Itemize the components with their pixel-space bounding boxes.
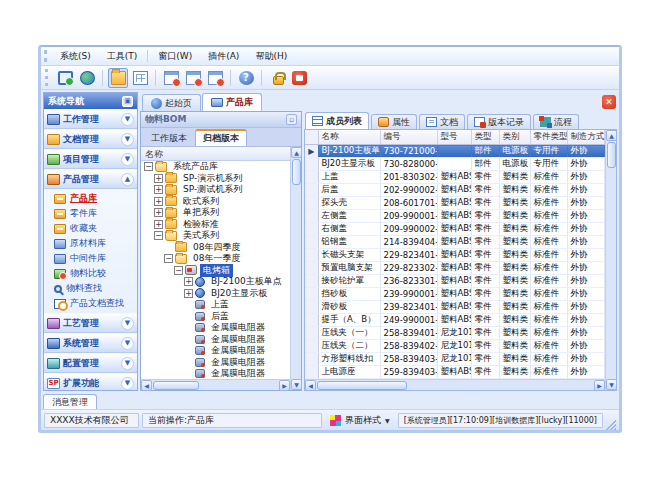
expand-icon[interactable]: + [184, 289, 193, 298]
sidebar-pin-icon[interactable]: ▣ [122, 96, 133, 107]
vscroll-thumb[interactable] [607, 142, 616, 168]
toolbar-button-globe[interactable] [77, 68, 97, 88]
sidebar-item-1[interactable]: 产品库 [44, 191, 137, 206]
chevron-down-icon[interactable]: ▼ [121, 153, 134, 166]
doc-tab-2[interactable]: 产品库 [202, 93, 262, 111]
bom-tab-2[interactable]: 归档版本 [195, 129, 247, 146]
chevron-down-icon[interactable]: ▼ [121, 133, 134, 146]
menu-item-3[interactable]: 窗口(W) [150, 48, 200, 65]
tree-node[interactable]: 金属膜电阻器 [141, 368, 290, 379]
sidebar-item-8[interactable]: 产品文档查找 [44, 296, 137, 311]
table-row[interactable]: ▶BJ-2100主板单点730-721000-12I部件电源板专用件外协颗 [305, 145, 605, 158]
scroll-left-icon[interactable]: ◀ [305, 380, 316, 391]
chevron-down-icon[interactable]: ▼ [121, 113, 134, 126]
sidebar-group-2[interactable]: 文档管理▼ [44, 129, 137, 149]
scroll-down-icon[interactable]: ▼ [606, 379, 617, 390]
expand-icon[interactable]: + [154, 208, 163, 217]
table-row[interactable]: 上电源座259-839403-00I塑料ABS零件塑料类标准件外协条 [305, 366, 605, 379]
table-row[interactable]: 右侧盖209-990002-01I塑料ABS零件塑料类标准件外协条 [305, 223, 605, 236]
table-row[interactable]: 铝钢盖214-839404-01I塑料ABS零件塑料类标准件外协条 [305, 236, 605, 249]
toolbar-button-folder-open[interactable] [108, 68, 128, 88]
toolbar-button-window-refresh[interactable] [183, 68, 203, 88]
members-hscrollbar[interactable]: ◀ ▶ [305, 379, 605, 390]
scroll-right-icon[interactable]: ▶ [279, 380, 290, 391]
message-tab[interactable]: 消息管理 [43, 394, 97, 409]
collapse-icon[interactable]: − [174, 266, 183, 275]
scroll-left-icon[interactable]: ◀ [141, 380, 152, 391]
sidebar-item-3[interactable]: 收藏夹 [44, 221, 137, 236]
table-row[interactable]: 后盖202-990002-01I塑料ABS零件塑料类标准件外协条 [305, 184, 605, 197]
table-row[interactable]: 压线夹（二）258-839402-00I尼龙1010零件塑料类标准件外协条 [305, 340, 605, 353]
tree-column-header[interactable]: 名称 [141, 147, 290, 161]
collapse-icon[interactable]: − [164, 254, 173, 263]
chevron-down-icon[interactable]: ▼ [121, 357, 134, 370]
table-row[interactable]: 接砂轮护罩236-823301-00I塑料ABS零件塑料类标准件外协条 [305, 275, 605, 288]
sidebar-group-7[interactable]: 配置管理▼ [44, 353, 137, 373]
menu-item-1[interactable]: 系统(S) [52, 48, 99, 65]
column-header-1[interactable]: 名称 [318, 130, 380, 145]
toolbar-button-window-delete[interactable] [205, 68, 225, 88]
vscroll-thumb[interactable] [292, 159, 301, 185]
column-header-3[interactable]: 型号 [437, 130, 471, 145]
toolbar-button-grid[interactable] [130, 68, 150, 88]
menu-item-4[interactable]: 插件(A) [200, 48, 247, 65]
hscroll-thumb[interactable] [153, 381, 199, 390]
expand-icon[interactable]: + [154, 185, 163, 194]
expand-icon[interactable]: + [154, 220, 163, 229]
sidebar-item-7[interactable]: 物料查找 [44, 281, 137, 296]
toolbar-button-help[interactable] [236, 68, 256, 88]
table-row[interactable]: 左侧盖209-990001-01I塑料ABS零件塑料类标准件外协条 [305, 210, 605, 223]
sidebar-group-6[interactable]: 系统管理▼ [44, 333, 137, 353]
table-row[interactable]: 探头壳208-601701-01I塑料ABS零件塑料类标准件外协条 [305, 197, 605, 210]
table-row[interactable]: 挡砂板239-990001-01I塑料ABS零件塑料类标准件外协条 [305, 288, 605, 301]
ui-style-dropdown[interactable]: 界面样式 ▼ [325, 413, 395, 428]
doc-tab-1[interactable]: 起始页 [142, 94, 201, 111]
close-tab-icon[interactable]: ✕ [602, 95, 616, 109]
members-tab-5[interactable]: 流程 [533, 114, 579, 129]
members-vscrollbar[interactable]: ▲ ▼ [605, 130, 616, 390]
collapse-icon[interactable]: − [154, 231, 163, 240]
sidebar-group-4[interactable]: 产品管理▲ [44, 169, 137, 189]
table-row[interactable]: 长磁头支架229-823401-00I塑料ABS零件塑料类标准件外协条 [305, 249, 605, 262]
bom-tree-hscrollbar[interactable]: ◀ ▶ [141, 379, 290, 390]
hscroll-thumb[interactable] [317, 381, 407, 390]
table-row[interactable]: BJ20主显示板730-828000-04I部件电源板专用件外协颗 [305, 158, 605, 171]
sidebar-item-4[interactable]: 原材料库 [44, 236, 137, 251]
collapse-icon[interactable]: − [144, 162, 153, 171]
expand-icon[interactable]: + [184, 277, 193, 286]
chevron-up-icon[interactable]: ▲ [121, 173, 134, 186]
sidebar-group-1[interactable]: 工作管理▼ [44, 109, 137, 129]
members-tab-1[interactable]: 成员列表 [305, 112, 369, 129]
column-header-5[interactable]: 类别 [499, 130, 530, 145]
toolbar-button-lock[interactable] [267, 68, 287, 88]
scroll-right-icon[interactable]: ▶ [594, 380, 605, 391]
table-row[interactable]: 提手（A、B）249-990001-01I塑料ABS零件塑料类标准件外协条 [305, 314, 605, 327]
column-header-6[interactable]: 零件类型 [530, 130, 567, 145]
table-row[interactable]: 方形塑料线扣258-839403-00I尼龙1010零件塑料类标准件外协条 [305, 353, 605, 366]
menu-item-5[interactable]: 帮助(H) [247, 48, 295, 65]
sidebar-group-5[interactable]: 工艺管理▼ [44, 313, 137, 333]
chevron-down-icon[interactable]: ▼ [121, 317, 134, 330]
table-row[interactable]: 滑砂板239-823401-00I塑料ABS零件塑料类标准件外协条 [305, 301, 605, 314]
sidebar-item-5[interactable]: 中间件库 [44, 251, 137, 266]
column-header-2[interactable]: 编号 [380, 130, 437, 145]
column-header-7[interactable]: 制造方式 [567, 130, 604, 145]
table-row[interactable]: 预置电脑支架229-823302-00I塑料ABS零件塑料类标准件外协条 [305, 262, 605, 275]
column-header-4[interactable]: 类型 [471, 130, 499, 145]
sidebar-group-8[interactable]: 扩展功能▼ [44, 373, 137, 390]
toolbar-button-monitor[interactable] [55, 68, 75, 88]
expand-icon[interactable]: + [154, 197, 163, 206]
expand-icon[interactable]: + [154, 174, 163, 183]
bom-collapse-icon[interactable]: ▫ [286, 114, 297, 125]
toolbar-button-window-close[interactable] [161, 68, 181, 88]
sidebar-item-2[interactable]: 零件库 [44, 206, 137, 221]
scroll-up-icon[interactable]: ▲ [291, 147, 302, 158]
scroll-down-icon[interactable]: ▼ [291, 379, 302, 390]
bom-tab-1[interactable]: 工作版本 [144, 131, 194, 146]
members-tab-3[interactable]: 文档 [419, 114, 465, 129]
chevron-down-icon[interactable]: ▼ [121, 377, 134, 390]
members-tab-4[interactable]: 版本记录 [467, 114, 531, 129]
menu-item-2[interactable]: 工具(T) [99, 48, 146, 65]
scroll-up-icon[interactable]: ▲ [606, 130, 617, 141]
members-tab-2[interactable]: 属性 [371, 114, 417, 129]
